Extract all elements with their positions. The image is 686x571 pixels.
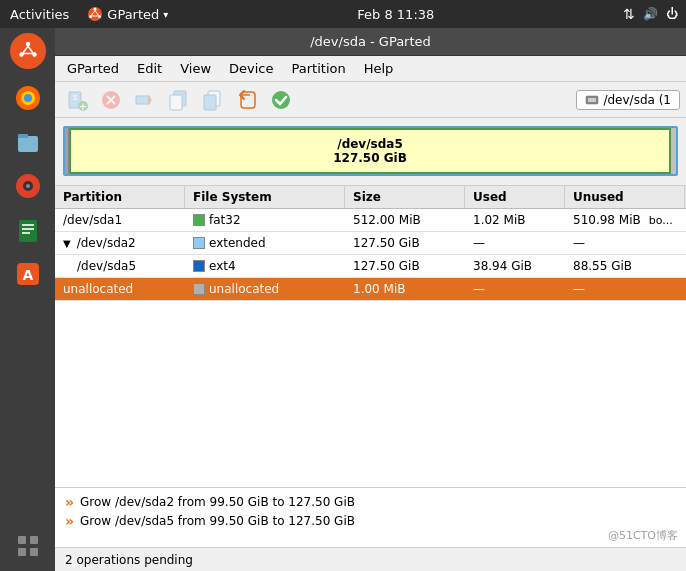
svg-rect-25 xyxy=(30,548,38,556)
sidebar-ubuntu-logo[interactable] xyxy=(10,33,46,69)
svg-text:A: A xyxy=(22,267,33,283)
svg-point-15 xyxy=(26,184,30,188)
toolbar-resize-btn[interactable] xyxy=(129,85,161,115)
toolbar-copy-btn[interactable] xyxy=(163,85,195,115)
ubuntu-logo-icon xyxy=(16,39,40,63)
cell-size-sda2: 127.50 GiB xyxy=(345,232,465,254)
toolbar-delete-btn[interactable] xyxy=(95,85,127,115)
cell-fs-sda1: fat32 xyxy=(185,209,345,231)
fs-color-fat32 xyxy=(193,214,205,226)
app-menu-button[interactable]: GParted ▾ xyxy=(79,0,176,28)
col-header-size: Size xyxy=(345,186,465,208)
libreoffice-icon xyxy=(14,216,42,244)
toolbar-device-selector[interactable]: /dev/sda (1 xyxy=(576,90,680,110)
delete-icon xyxy=(100,89,122,111)
menu-gparted[interactable]: GParted xyxy=(59,59,127,78)
top-bar-system-icons: ⇅ 🔊 ⏻ xyxy=(615,6,686,22)
col-header-partition: Partition xyxy=(55,186,185,208)
table-row-sda2[interactable]: ▼ /dev/sda2 extended 127.50 GiB — — xyxy=(55,232,686,255)
copy-icon xyxy=(168,89,190,111)
app-dropdown-icon: ▾ xyxy=(163,9,168,20)
svg-rect-39 xyxy=(204,95,216,110)
ubuntu-icon xyxy=(87,6,103,22)
resize-icon xyxy=(134,89,156,111)
svg-rect-11 xyxy=(18,136,38,152)
cell-size-sda5: 127.50 GiB xyxy=(345,255,465,277)
menu-bar: GParted Edit View Device Partition Help xyxy=(55,56,686,82)
cell-fs-sda2: extended xyxy=(185,232,345,254)
table-row-unallocated[interactable]: unallocated unallocated 1.00 MiB — — xyxy=(55,278,686,301)
menu-partition[interactable]: Partition xyxy=(284,59,354,78)
menu-edit[interactable]: Edit xyxy=(129,59,170,78)
sidebar-show-apps[interactable] xyxy=(7,525,49,567)
sidebar-appcenter[interactable]: A xyxy=(7,253,49,295)
disk-seg-unalloc xyxy=(671,128,676,174)
toolbar-new-btn[interactable]: + xyxy=(61,85,93,115)
activities-label: Activities xyxy=(10,7,69,22)
sidebar-rhythmbox[interactable] xyxy=(7,165,49,207)
table-row-sda5[interactable]: /dev/sda5 ext4 127.50 GiB 38.94 GiB 88.5… xyxy=(55,255,686,278)
cell-partition-sda5: /dev/sda5 xyxy=(55,255,185,277)
col-header-filesystem: File System xyxy=(185,186,345,208)
sidebar-files[interactable] xyxy=(7,121,49,163)
partition-table: Partition File System Size Used Unused F… xyxy=(55,186,686,487)
svg-rect-43 xyxy=(588,98,596,102)
ops-arrow-0: » xyxy=(65,494,74,510)
device-icon xyxy=(585,93,599,107)
table-header: Partition File System Size Used Unused F… xyxy=(55,186,686,209)
svg-rect-19 xyxy=(22,232,30,234)
toolbar-undo-btn[interactable] xyxy=(231,85,263,115)
show-apps-icon xyxy=(16,534,40,558)
svg-rect-16 xyxy=(19,220,37,242)
fs-color-unalloc xyxy=(193,283,205,295)
device-label: /dev/sda (1 xyxy=(603,93,671,107)
svg-rect-22 xyxy=(18,536,26,544)
sidebar-firefox[interactable] xyxy=(7,77,49,119)
rhythmbox-icon xyxy=(14,172,42,200)
col-header-used: Used xyxy=(465,186,565,208)
cell-size-unalloc: 1.00 MiB xyxy=(345,278,465,300)
menu-device[interactable]: Device xyxy=(221,59,281,78)
toolbar-apply-btn[interactable] xyxy=(265,85,297,115)
fs-color-extended xyxy=(193,237,205,249)
disk-seg-sda5-size: 127.50 GiB xyxy=(333,151,407,165)
cell-size-sda1: 512.00 MiB xyxy=(345,209,465,231)
svg-rect-12 xyxy=(18,134,28,138)
col-header-unused: Unused xyxy=(565,186,685,208)
paste-icon xyxy=(202,89,224,111)
svg-point-41 xyxy=(272,91,290,109)
cell-fs-unalloc: unallocated xyxy=(185,278,345,300)
cell-unused-sda1: 510.98 MiB bo... xyxy=(565,209,685,231)
menu-help[interactable]: Help xyxy=(356,59,402,78)
new-partition-icon: + xyxy=(66,89,88,111)
svg-rect-18 xyxy=(22,228,34,230)
disk-seg-sda5-label: /dev/sda5 xyxy=(337,137,403,151)
cell-used-sda1: 1.02 MiB xyxy=(465,209,565,231)
undo-icon xyxy=(236,89,258,111)
svg-rect-37 xyxy=(170,95,182,110)
watermark: @51CTO博客 xyxy=(608,528,678,543)
menu-view[interactable]: View xyxy=(172,59,219,78)
toolbar-paste-btn[interactable] xyxy=(197,85,229,115)
ops-item-0: » Grow /dev/sda2 from 99.50 GiB to 127.5… xyxy=(65,494,676,510)
window-title-bar: /dev/sda - GParted xyxy=(55,28,686,56)
firefox-icon xyxy=(14,84,42,112)
svg-rect-17 xyxy=(22,224,34,226)
disk-seg-sda5[interactable]: /dev/sda5 127.50 GiB xyxy=(69,128,671,174)
cell-partition-unalloc: unallocated xyxy=(55,278,185,300)
appcenter-icon: A xyxy=(14,260,42,288)
activities-button[interactable]: Activities xyxy=(0,0,79,28)
svg-rect-24 xyxy=(18,548,26,556)
table-row-sda1[interactable]: /dev/sda1 fat32 512.00 MiB 1.02 MiB 510.… xyxy=(55,209,686,232)
cell-used-sda2: — xyxy=(465,232,565,254)
sidebar-libreoffice[interactable] xyxy=(7,209,49,251)
power-icon: ⏻ xyxy=(666,7,678,21)
cell-partition-sda1: /dev/sda1 xyxy=(55,209,185,231)
cell-unused-unalloc: — xyxy=(565,278,685,300)
status-pending: 2 operations pending xyxy=(65,553,193,567)
cell-fs-sda5: ext4 xyxy=(185,255,345,277)
cell-partition-sda2: ▼ /dev/sda2 xyxy=(55,232,185,254)
cell-unused-sda2: — xyxy=(565,232,685,254)
cell-used-sda5: 38.94 GiB xyxy=(465,255,565,277)
status-bar: 2 operations pending xyxy=(55,547,686,571)
